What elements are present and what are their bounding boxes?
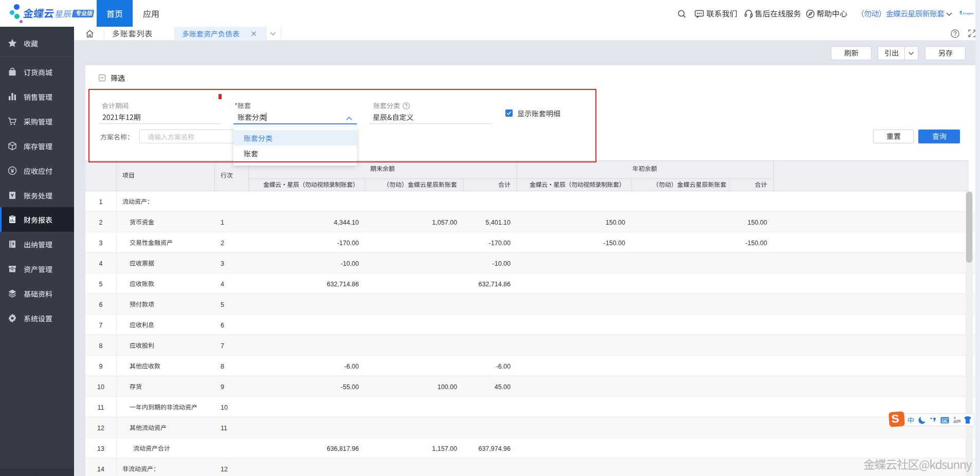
- svg-text:Kingdee: Kingdee: [963, 12, 973, 15]
